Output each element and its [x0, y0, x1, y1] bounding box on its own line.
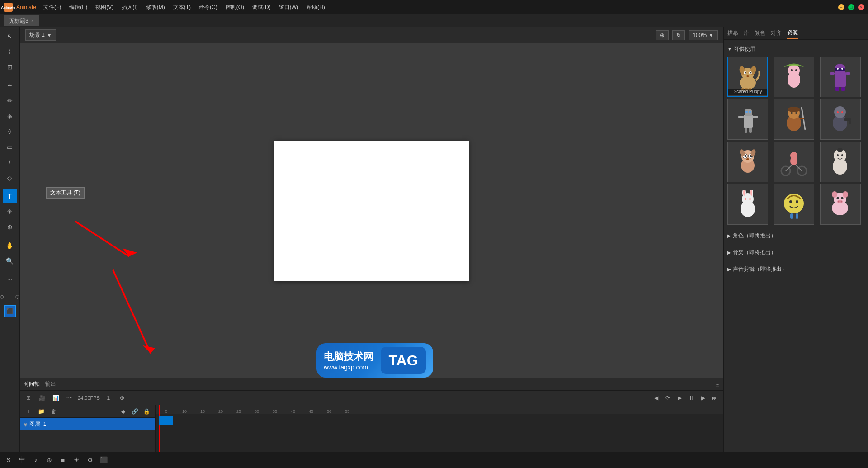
- menu-item-7[interactable]: 控制(O): [222, 2, 248, 13]
- lock-btn[interactable]: 🔒: [142, 407, 151, 416]
- subselect-tool[interactable]: ⊹: [3, 44, 17, 59]
- sound-section-header[interactable]: ▶ 声音剪辑（即将推出）: [727, 264, 864, 275]
- zoom-display[interactable]: 100% ▼: [689, 30, 718, 40]
- tab-bar: 无标题3 ×: [0, 14, 868, 27]
- char-item-ninja[interactable]: [820, 57, 861, 97]
- paint-bucket-tool[interactable]: ◊: [3, 124, 17, 139]
- char-item-pig[interactable]: [820, 184, 861, 225]
- menu-item-6[interactable]: 命令(C): [195, 2, 221, 13]
- canvas-container: 文本工具 (T): [20, 43, 723, 378]
- available-section-header[interactable]: ▼ 可供使用: [727, 43, 864, 55]
- stage-canvas[interactable]: [274, 141, 469, 281]
- panel-tab-align[interactable]: 对齐: [771, 28, 782, 39]
- rotate-icon[interactable]: ↻: [672, 30, 685, 40]
- keyframe-btn[interactable]: ◆: [118, 407, 128, 416]
- add-folder-btn[interactable]: 📁: [36, 407, 46, 416]
- rectangle-tool[interactable]: ▭: [3, 140, 17, 154]
- char-item-rabbit[interactable]: [727, 184, 768, 225]
- char-item-warrior[interactable]: [774, 99, 814, 140]
- char-item-dog2[interactable]: [727, 142, 768, 182]
- svg-marker-3: [142, 345, 155, 354]
- minimize-button[interactable]: −: [838, 4, 844, 10]
- tl-graph-btn[interactable]: 📊: [51, 393, 61, 403]
- menu-item-0[interactable]: 文件(F): [40, 2, 65, 13]
- asset-tool[interactable]: ☀: [3, 204, 17, 219]
- pen-tool[interactable]: ✒: [3, 78, 17, 93]
- zoom-tool[interactable]: 🔍: [3, 254, 17, 268]
- menu-item-10[interactable]: 帮助(H): [303, 2, 329, 13]
- tl-stop-btn[interactable]: ⏸: [686, 393, 696, 403]
- color-swap-tool[interactable]: ⬛: [4, 305, 16, 317]
- menu-item-5[interactable]: 文本(T): [170, 2, 194, 13]
- tl-wave-btn[interactable]: 〰: [64, 393, 74, 403]
- char-item-robot[interactable]: [727, 99, 768, 140]
- align-icon[interactable]: ⊕: [656, 30, 669, 40]
- menu-item-4[interactable]: 修改(M): [142, 2, 169, 13]
- scene-selector[interactable]: 场景 1 ▼: [25, 29, 56, 41]
- tl-prev-btn[interactable]: ◀: [651, 393, 661, 403]
- add-layer-btn[interactable]: +: [24, 407, 33, 416]
- more-tools[interactable]: ···: [3, 272, 17, 287]
- char-item-bald[interactable]: [820, 142, 861, 182]
- char-item-gunner[interactable]: [820, 99, 861, 140]
- char-item-happy[interactable]: [774, 184, 814, 225]
- close-button[interactable]: ×: [858, 4, 864, 10]
- characters-section-header[interactable]: ▶ 角色（即将推出）: [727, 230, 864, 241]
- char-item-cyclist[interactable]: [774, 142, 814, 182]
- panel-tab-library[interactable]: 库: [744, 28, 749, 39]
- link-btn[interactable]: 🔗: [130, 407, 140, 416]
- menu-item-8[interactable]: 调试(D): [249, 2, 274, 13]
- tl-step-btn[interactable]: ⏭: [710, 393, 720, 403]
- tl-play-btn[interactable]: ▶: [698, 393, 708, 403]
- menu-item-2[interactable]: 视图(V): [92, 2, 117, 13]
- char-item-scared-puppy[interactable]: Scared Puppy: [727, 57, 768, 97]
- menu-item-3[interactable]: 插入(I): [118, 2, 141, 13]
- menu-item-1[interactable]: 编辑(E): [66, 2, 91, 13]
- skeleton-section-header[interactable]: ▶ 骨架（即将推出）: [727, 247, 864, 258]
- taskbar-add-btn[interactable]: ⊕: [44, 455, 54, 465]
- timeline-tab-output[interactable]: 输出: [45, 380, 56, 388]
- svg-rect-49: [849, 121, 851, 124]
- taskbar-gear-btn[interactable]: ⚙: [85, 455, 95, 465]
- tl-frame-counter[interactable]: 1: [104, 393, 113, 403]
- panel-tab-color[interactable]: 颜色: [755, 28, 765, 39]
- select-tool[interactable]: ↖: [3, 29, 17, 43]
- delete-layer-btn[interactable]: 🗑: [49, 407, 59, 416]
- tl-layers-btn[interactable]: ⊞: [24, 393, 33, 403]
- camera-tool[interactable]: ⊕: [3, 220, 17, 234]
- brush-tool[interactable]: ◈: [3, 109, 17, 123]
- line-tool[interactable]: /: [3, 155, 17, 170]
- free-transform-tool[interactable]: ⊡: [3, 60, 17, 74]
- maximize-button[interactable]: □: [848, 4, 854, 10]
- fill-color-tool[interactable]: ⬡: [10, 289, 20, 304]
- layer-row-1[interactable]: ◉ 图层_1: [20, 418, 155, 430]
- svg-point-81: [796, 200, 798, 203]
- eraser-tool[interactable]: ◇: [3, 170, 17, 185]
- taskbar-square-btn[interactable]: ⬛: [99, 455, 108, 465]
- timeline-tab-timeline[interactable]: 时间轴: [24, 380, 40, 388]
- tab-close-button[interactable]: ×: [31, 19, 34, 24]
- tl-loop-btn[interactable]: ⟳: [663, 393, 673, 403]
- taskbar-s-btn[interactable]: S: [4, 455, 14, 465]
- tl-next-btn[interactable]: ▶: [675, 393, 684, 403]
- svg-point-86: [832, 191, 837, 198]
- scene-label: 场景 1: [29, 31, 45, 39]
- text-tool[interactable]: T: [3, 189, 17, 203]
- tl-onion-skin[interactable]: ⊕: [117, 393, 127, 403]
- taskbar-stop-btn[interactable]: ■: [58, 455, 68, 465]
- taskbar-sun-btn[interactable]: ☀: [71, 455, 81, 465]
- panel-tab-trace[interactable]: 描摹: [727, 28, 738, 39]
- hand-tool[interactable]: ✋: [3, 238, 17, 253]
- menu-item-9[interactable]: 窗口(W): [275, 2, 302, 13]
- tl-camera-btn[interactable]: 🎥: [37, 393, 47, 403]
- char-item-pink[interactable]: [774, 57, 814, 97]
- svg-line-2: [113, 270, 151, 354]
- taskbar-mic-btn[interactable]: ♪: [31, 455, 41, 465]
- panel-tab-assets[interactable]: 资源: [787, 27, 798, 39]
- taskbar-text-btn[interactable]: 中: [17, 455, 27, 465]
- available-arrow-icon: ▼: [727, 47, 732, 52]
- timeline-expand-button[interactable]: ⊟: [715, 381, 720, 388]
- pencil-tool[interactable]: ✏: [3, 94, 17, 108]
- tab-untitled3[interactable]: 无标题3 ×: [4, 15, 39, 26]
- stroke-color-tool[interactable]: ⬡: [0, 289, 9, 304]
